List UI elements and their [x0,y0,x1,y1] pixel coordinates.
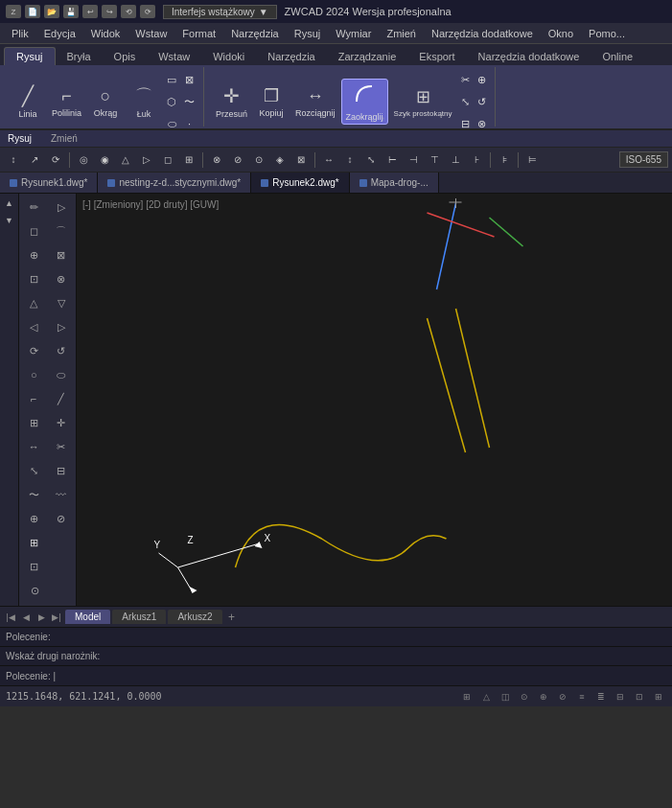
tab-narz-dod[interactable]: Narzędzia dodatkowe [467,48,591,65]
btn-okrag[interactable]: ○ Okrąg [87,79,124,125]
sidebar-icon-2[interactable]: ▷ [49,196,75,219]
canvas-area[interactable]: [-] [Zmieniony] [2D druty] [GUW] [77,194,672,606]
sidebar-icon-23[interactable]: ⤡ [21,459,47,482]
tool-btn-8[interactable]: ◻ [158,150,177,170]
sidebar-icon-26[interactable]: 〰 [49,483,75,506]
btn-scale[interactable]: ⤡ [458,91,473,112]
redo-icon[interactable]: ↪ [102,5,117,18]
sidebar-icon-6[interactable]: ⊠ [49,243,75,266]
btn-poly[interactable]: ⬡ [164,91,179,112]
status-icon-polar[interactable]: ⊙ [517,689,532,704]
sidebar-icon-31[interactable]: ⊡ [21,555,47,578]
btn-rotate[interactable]: ↺ [475,91,489,112]
sheet-nav-last[interactable]: ▶| [50,611,63,624]
sidebar-icon-20[interactable]: ✛ [49,411,75,434]
sidebar-icon-18[interactable]: ╱ [49,387,75,410]
tab-eksport[interactable]: Eksport [407,48,466,65]
sidebar-icon-4[interactable]: ⌒ [49,219,75,242]
tool-btn-14[interactable]: ⊠ [291,150,311,170]
sheet-tab-arkusz2[interactable]: Arkusz2 [168,610,221,624]
sidebar-icon-15[interactable]: ○ [21,363,47,386]
btn-trim[interactable]: ✂ [458,69,473,90]
menu-zmien[interactable]: Zmień [379,26,424,41]
tool-btn-18[interactable]: ⊢ [382,150,402,170]
sidebar-icon-13[interactable]: ⟳ [21,339,47,362]
btn-point[interactable]: · [181,113,197,130]
btn-polilinia[interactable]: ⌐ Polilinia [48,79,85,125]
btn-linia[interactable]: ╱ Linia [10,79,46,125]
sidebar-icon-28[interactable]: ⊘ [49,507,75,530]
sidebar-icon-5[interactable]: ⊕ [21,243,47,266]
collapse-btn-2[interactable]: ▼ [2,213,17,228]
sidebar-icon-12[interactable]: ▷ [49,315,75,338]
tool-btn-2[interactable]: ↗ [25,150,44,170]
sidebar-icon-14[interactable]: ↺ [49,339,75,362]
sidebar-icon-10[interactable]: ▽ [49,291,75,314]
sidebar-icon-1[interactable]: ✏ [21,196,47,219]
status-icon-qp[interactable]: ⊞ [651,689,666,704]
doc-tab-1[interactable]: Rysunek1.dwg* [0,173,98,193]
tab-narzedzia[interactable]: Narzędzia [256,48,327,65]
tool-btn-3[interactable]: ⟳ [46,150,65,170]
btn-kopiuj[interactable]: ❐ Kopiuj [253,79,290,125]
sidebar-icon-7[interactable]: ⊡ [21,267,47,290]
status-icon-ortho[interactable]: ◫ [498,689,513,704]
tool-btn-13[interactable]: ◈ [270,150,290,170]
tool-btn-6[interactable]: △ [116,150,135,170]
tool-btn-10[interactable]: ⊗ [207,150,226,170]
file-icon[interactable]: 📄 [25,5,40,18]
tab-zarzadzanie[interactable]: Zarządzanie [327,48,408,65]
doc-tab-3[interactable]: Rysunek2.dwg* [251,173,349,193]
menu-rysuj[interactable]: Rysuj [287,26,329,41]
menu-edycja[interactable]: Edycja [36,26,83,41]
tool-btn-17[interactable]: ⤡ [361,150,381,170]
sidebar-icon-24[interactable]: ⊟ [49,459,75,482]
nav2-icon[interactable]: ⟳ [140,5,155,18]
sidebar-icon-29[interactable]: ⊞ [21,531,47,554]
menu-widok[interactable]: Widok [83,26,128,41]
btn-rect[interactable]: ▭ [164,69,179,90]
btn-luk[interactable]: ⌒ Łuk [126,79,162,125]
sidebar-icon-27[interactable]: ⊕ [21,507,47,530]
command-input-line[interactable]: Polecenie: | [0,666,672,685]
sidebar-icon-33[interactable]: ⊙ [21,579,48,602]
menu-okno[interactable]: Okno [541,26,581,41]
iso-label[interactable]: ISO-655 [619,151,668,168]
btn-szyk[interactable]: ⊞ Szyk prostokątny [390,79,456,125]
sheet-add-button[interactable]: + [224,610,240,625]
tool-btn-5[interactable]: ◉ [95,150,114,170]
sidebar-icon-32[interactable] [49,555,75,578]
status-icon-dynmode[interactable]: ⊟ [613,689,628,704]
sidebar-icon-9[interactable]: △ [21,291,47,314]
btn-offset[interactable]: ⊗ [475,113,489,130]
sidebar-icon-19[interactable]: ⊞ [21,411,47,434]
tab-rysuj[interactable]: Rysuj [4,47,56,65]
sheet-tab-model[interactable]: Model [65,610,110,624]
tool-btn-15[interactable]: ↔ [319,150,338,170]
sidebar-icon-21[interactable]: ↔ [21,435,47,458]
nav-icon[interactable]: ⟲ [121,5,136,18]
btn-spline[interactable]: 〜 [181,91,197,112]
sheet-nav-next[interactable]: ▶ [35,611,48,624]
sheet-nav-first[interactable]: |◀ [4,611,17,624]
btn-rozciagnij[interactable]: ↔ Rozciągnij [291,79,339,125]
menu-wymiar[interactable]: Wymiar [328,26,379,41]
sidebar-icon-8[interactable]: ⊗ [49,267,75,290]
tool-btn-22[interactable]: ⊦ [467,150,486,170]
tab-opis[interactable]: Opis [103,48,148,65]
status-icon-osnap[interactable]: ⊕ [536,689,551,704]
menu-plik[interactable]: Plik [4,26,36,41]
btn-mirror[interactable]: ⊟ [458,113,473,130]
tool-btn-9[interactable]: ⊞ [179,150,198,170]
tool-btn-23[interactable]: ⊧ [495,150,514,170]
sidebar-icon-11[interactable]: ◁ [21,315,47,338]
sidebar-icon-22[interactable]: ✂ [49,435,75,458]
tool-btn-7[interactable]: ▷ [137,150,156,170]
sidebar-icon-25[interactable]: 〜 [21,483,47,506]
tab-online[interactable]: Online [591,48,644,65]
btn-przesun[interactable]: ✛ Przesuń [212,79,251,125]
sheet-nav-prev[interactable]: ◀ [19,611,33,624]
tab-widoki[interactable]: Widoki [201,48,256,65]
status-icon-snap[interactable]: △ [478,689,494,704]
status-icon-otrack[interactable]: ⊘ [555,689,570,704]
